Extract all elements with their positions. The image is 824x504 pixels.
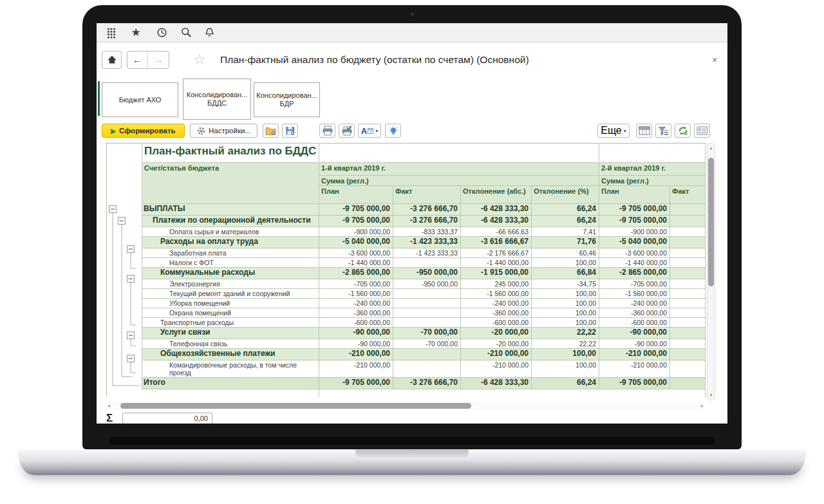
column-header-sum-q1[interactable]: Сумма (регл.) xyxy=(319,176,599,186)
row-label-cell[interactable]: Транспортные расходы xyxy=(142,318,319,328)
row-label-cell[interactable]: Командировочные расходы, в том числе про… xyxy=(142,360,319,378)
tab-budget-aho[interactable]: Бюджет АХО xyxy=(102,82,178,117)
value-cell[interactable]: 66,24 xyxy=(532,378,599,389)
value-cell[interactable] xyxy=(670,308,706,318)
row-label-cell[interactable]: Охрана помещений xyxy=(142,308,319,318)
column-header-fact-q2[interactable]: Факт xyxy=(670,186,706,204)
row-label-cell[interactable]: Коммунальные расходы xyxy=(142,268,319,279)
search-icon[interactable] xyxy=(178,26,194,40)
value-cell[interactable]: -1 560 000,00 xyxy=(319,289,393,299)
row-label-cell[interactable]: Заработная плата xyxy=(142,248,319,258)
value-cell[interactable]: -705 000,00 xyxy=(599,279,670,289)
value-cell[interactable] xyxy=(670,289,706,299)
value-cell[interactable]: 100,00 xyxy=(532,318,599,328)
print-button[interactable] xyxy=(319,124,335,138)
generate-button[interactable]: ▶ Сформировать xyxy=(102,124,185,138)
horizontal-scrollbar-thumb[interactable] xyxy=(120,403,471,409)
value-cell[interactable]: -9 705 000,00 xyxy=(599,378,670,389)
value-cell[interactable]: -34,75 xyxy=(532,279,599,289)
value-cell[interactable]: -3 276 666,70 xyxy=(393,378,461,389)
value-cell[interactable]: -90 000,00 xyxy=(319,328,393,339)
value-cell[interactable]: -9 705 000,00 xyxy=(319,204,393,216)
value-cell[interactable] xyxy=(670,268,706,279)
value-cell[interactable]: -9 705 000,00 xyxy=(319,216,393,227)
value-cell[interactable]: -6 428 333,30 xyxy=(461,216,532,227)
value-cell[interactable] xyxy=(393,289,461,299)
value-cell[interactable]: -210 000,00 xyxy=(599,360,670,378)
value-cell[interactable]: -360 000,00 xyxy=(599,308,670,318)
row-label-cell[interactable]: Налоги с ФОТ xyxy=(142,258,319,268)
table-row[interactable]: Оплата сырья и материалов-900 000,00-833… xyxy=(107,227,706,237)
tab-consolidated-bdds[interactable]: Консолидирован... БДДС xyxy=(183,79,251,120)
value-cell[interactable] xyxy=(670,378,706,389)
column-header-q1[interactable]: 1-й квартал 2019 г. xyxy=(319,163,599,176)
filter-button[interactable] xyxy=(655,124,671,138)
table-row[interactable]: Текущий ремонт зданий и сооружений-1 560… xyxy=(107,289,706,299)
apps-menu-icon[interactable] xyxy=(103,26,120,40)
value-cell[interactable]: -9 705 000,00 xyxy=(599,216,670,227)
value-cell[interactable]: -705 000,00 xyxy=(319,279,393,289)
value-cell[interactable]: -2 176 666,67 xyxy=(461,248,532,258)
value-cell[interactable]: -20 000,00 xyxy=(461,339,532,349)
table-row[interactable]: Транспортные расходы-600 000,00-600 000,… xyxy=(107,318,706,328)
table-row[interactable]: Охрана помещений-360 000,00-360 000,0010… xyxy=(107,308,706,318)
value-cell[interactable]: 22,22 xyxy=(532,339,599,349)
row-group-tree[interactable] xyxy=(106,203,142,393)
value-cell[interactable] xyxy=(670,299,706,308)
value-cell[interactable]: 100,00 xyxy=(532,349,599,360)
value-cell[interactable]: -5 040 000,00 xyxy=(319,237,393,248)
value-cell[interactable]: -210 000,00 xyxy=(599,349,670,360)
table-row[interactable]: Налоги с ФОТ-1 440 000,00-1 440 000,0010… xyxy=(107,258,706,268)
value-cell[interactable]: -90 000,00 xyxy=(599,339,670,349)
value-cell[interactable] xyxy=(670,349,706,360)
value-cell[interactable]: 100,00 xyxy=(532,299,599,308)
font-format-button[interactable]: A ▾ xyxy=(358,124,381,138)
print-preview-button[interactable] xyxy=(339,124,355,138)
table-row[interactable]: Услуги связи-90 000,00-70 000,00-20 000,… xyxy=(107,328,706,339)
value-cell[interactable]: 100,00 xyxy=(532,258,599,268)
value-cell[interactable]: -1 560 000,00 xyxy=(599,289,670,299)
tab-consolidated-bdr[interactable]: Консолидирован... БДР xyxy=(254,82,320,117)
autosum-field[interactable]: 0,00 xyxy=(122,413,212,424)
value-cell[interactable]: -3 616 666,67 xyxy=(461,237,532,248)
value-cell[interactable]: -1 440 000,00 xyxy=(599,258,670,268)
value-cell[interactable] xyxy=(670,328,706,339)
row-label-cell[interactable]: Уборка помещений xyxy=(142,299,319,308)
back-button[interactable]: ← xyxy=(127,51,148,68)
value-cell[interactable]: -950 000,00 xyxy=(393,279,461,289)
row-label-cell[interactable]: Оплата сырья и материалов xyxy=(142,227,319,237)
history-icon[interactable] xyxy=(153,26,170,40)
value-cell[interactable]: -360 000,00 xyxy=(461,308,532,318)
value-cell[interactable] xyxy=(393,299,461,308)
favorite-star-outline-icon[interactable]: ☆ xyxy=(193,51,206,68)
value-cell[interactable]: 60,46 xyxy=(532,248,599,258)
notifications-bell-icon[interactable] xyxy=(201,26,218,40)
column-header-fact-q1[interactable]: Факт xyxy=(393,186,461,204)
favorites-star-icon[interactable]: ★ xyxy=(127,26,144,40)
row-label-cell[interactable]: Итого xyxy=(142,378,319,389)
table-row[interactable]: Уборка помещений-240 000,00-240 000,0010… xyxy=(107,299,706,308)
table-row[interactable]: Заработная плата-3 600 000,00-1 423 333,… xyxy=(107,248,706,258)
value-cell[interactable]: -90 000,00 xyxy=(599,328,670,339)
value-cell[interactable]: -210 000,00 xyxy=(461,349,532,360)
row-label-cell[interactable]: Телефонная связь xyxy=(142,339,319,349)
value-cell[interactable] xyxy=(393,349,461,360)
value-cell[interactable]: -5 040 000,00 xyxy=(599,237,670,248)
row-label-cell[interactable]: Текущий ремонт зданий и сооружений xyxy=(142,289,319,299)
row-label-cell[interactable]: Расходы на оплату труда xyxy=(142,237,319,248)
value-cell[interactable]: -9 705 000,00 xyxy=(599,204,670,216)
value-cell[interactable] xyxy=(393,308,461,318)
value-cell[interactable]: -1 560 000,00 xyxy=(461,289,532,299)
value-cell[interactable] xyxy=(670,248,706,258)
value-cell[interactable]: -70 000,00 xyxy=(393,328,461,339)
value-cell[interactable]: -240 000,00 xyxy=(319,299,393,308)
column-header-dev-abs[interactable]: Отклонение (абс.) xyxy=(461,186,532,204)
value-cell[interactable]: -360 000,00 xyxy=(319,308,393,318)
table-row[interactable]: Коммунальные расходы-2 865 000,00-950 00… xyxy=(107,268,706,279)
hint-bulb-button[interactable] xyxy=(385,124,401,138)
value-cell[interactable]: -600 000,00 xyxy=(461,318,532,328)
table-row[interactable]: Расходы на оплату труда-5 040 000,00-1 4… xyxy=(107,237,706,248)
value-cell[interactable]: -900 000,00 xyxy=(599,227,670,237)
vertical-scrollbar-thumb[interactable] xyxy=(708,158,714,286)
value-cell[interactable]: 66,24 xyxy=(532,204,599,216)
